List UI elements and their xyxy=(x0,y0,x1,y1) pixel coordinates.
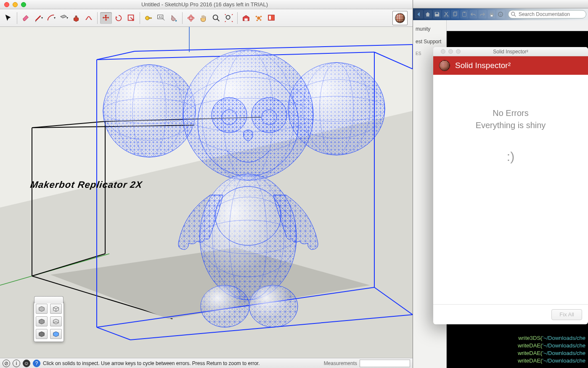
tape-tool[interactable] xyxy=(143,12,154,24)
orbit-tool[interactable] xyxy=(185,12,197,24)
zoom-tool[interactable] xyxy=(210,12,222,24)
undo-icon[interactable] xyxy=(469,10,478,18)
zoom-extents-tool[interactable] xyxy=(223,12,235,24)
dialog-zoom-icon[interactable] xyxy=(456,49,461,54)
style-hidden-icon[interactable] xyxy=(36,316,48,326)
model-viewport[interactable]: Makerbot Replicator 2X xyxy=(0,27,413,358)
svg-point-26 xyxy=(256,16,257,17)
scale-tool[interactable] xyxy=(125,12,137,24)
svg-point-49 xyxy=(200,174,297,300)
arc-tool[interactable]: ▾ xyxy=(45,12,57,24)
bg-toolbar: ? xyxy=(413,8,588,20)
bg-search-input[interactable] xyxy=(508,10,586,18)
status-hint: Click on solids to inspect. Use arrow ke… xyxy=(43,360,321,366)
svg-point-52 xyxy=(201,285,249,327)
globe-icon xyxy=(395,13,405,23)
measurements-label: Measurements xyxy=(324,360,357,366)
user-icon[interactable]: ☺ xyxy=(23,360,30,367)
save-icon[interactable] xyxy=(433,10,441,18)
status-bar: ⊘ i ☺ ? Click on solids to inspect. Use … xyxy=(0,358,413,368)
window-title: Untitled - SketchUp Pro 2016 (16 days le… xyxy=(0,1,413,8)
dialog-close-icon[interactable] xyxy=(441,49,445,54)
svg-point-38 xyxy=(103,65,196,157)
svg-point-19 xyxy=(188,17,194,19)
divider xyxy=(97,12,98,24)
extension-warehouse-tool[interactable] xyxy=(253,12,265,24)
styles-float-panel[interactable] xyxy=(34,301,64,342)
help-icon[interactable]: ? xyxy=(33,360,40,367)
svg-rect-15 xyxy=(149,18,151,18)
pan-tool[interactable] xyxy=(198,12,209,24)
titlebar: Untitled - SketchUp Pro 2016 (16 days le… xyxy=(0,0,413,9)
style-back-icon[interactable] xyxy=(50,329,62,339)
svg-point-44 xyxy=(212,97,247,133)
svg-point-29 xyxy=(260,19,262,21)
no-errors-text: No Errors xyxy=(493,108,529,118)
print-icon[interactable] xyxy=(487,10,496,18)
dialog-min-icon[interactable] xyxy=(448,49,453,54)
divider xyxy=(182,12,183,24)
svg-rect-31 xyxy=(269,16,271,19)
style-wire-icon[interactable] xyxy=(50,304,62,314)
svg-point-28 xyxy=(257,19,258,21)
divider xyxy=(237,12,238,24)
pushpull-tool[interactable] xyxy=(70,12,82,24)
svg-point-54 xyxy=(249,285,298,327)
svg-rect-8 xyxy=(490,15,493,17)
svg-point-45 xyxy=(252,97,287,133)
globe-icon xyxy=(439,60,450,71)
layout-tool[interactable] xyxy=(265,12,277,24)
info-icon[interactable]: i xyxy=(13,360,20,367)
bg-side-item[interactable]: munity xyxy=(415,23,445,35)
style-mono-icon[interactable] xyxy=(36,329,48,339)
dialog-header: Solid Inspector² xyxy=(433,56,588,75)
eraser-tool[interactable] xyxy=(20,12,32,24)
dialog-header-title: Solid Inspector² xyxy=(455,61,511,70)
solid-inspector-tool[interactable] xyxy=(392,11,408,25)
everything-shiny-text: Everything is shiny xyxy=(476,121,546,130)
rectangle-tool[interactable]: ▾ xyxy=(58,12,69,24)
bg-search[interactable] xyxy=(508,10,586,18)
home-icon[interactable] xyxy=(424,10,432,18)
warehouse-tool[interactable] xyxy=(240,12,252,24)
bg-content-header xyxy=(447,20,588,31)
nav-back-icon[interactable] xyxy=(415,10,423,18)
main-toolbar: ▾ ▾ ▾ A1 xyxy=(0,9,413,27)
svg-rect-7 xyxy=(490,12,493,14)
divider xyxy=(140,12,140,24)
followme-tool[interactable] xyxy=(83,12,95,24)
paste-icon[interactable] xyxy=(460,10,469,18)
svg-line-12 xyxy=(514,15,516,17)
sketchup-window: Untitled - SketchUp Pro 2016 (16 days le… xyxy=(0,0,413,368)
cut-icon[interactable] xyxy=(442,10,450,18)
fix-all-button[interactable]: Fix All xyxy=(551,309,582,320)
svg-point-42 xyxy=(183,50,313,180)
divider xyxy=(17,12,17,24)
copy-icon[interactable] xyxy=(451,10,459,18)
style-shaded-icon[interactable] xyxy=(36,304,48,314)
help-icon[interactable]: ? xyxy=(496,10,505,18)
svg-point-11 xyxy=(511,12,515,16)
dialog-titlebar[interactable]: Solid Inspector² xyxy=(433,47,588,56)
measurements-input[interactable] xyxy=(360,360,410,367)
dialog-footer: Fix All xyxy=(433,304,588,324)
solid-inspector-dialog[interactable]: Solid Inspector² Solid Inspector² No Err… xyxy=(433,47,588,324)
bg-side-item[interactable]: est Support xyxy=(415,35,445,48)
select-tool[interactable] xyxy=(3,12,14,24)
svg-text:?: ? xyxy=(500,13,502,17)
text-tool[interactable]: A1 xyxy=(155,12,167,24)
svg-rect-24 xyxy=(244,18,247,20)
redo-icon[interactable] xyxy=(478,10,487,18)
svg-point-23 xyxy=(226,15,230,19)
svg-line-22 xyxy=(217,19,220,21)
rotate-tool[interactable] xyxy=(113,12,124,24)
svg-point-27 xyxy=(260,16,262,17)
bg-titlebar xyxy=(413,0,588,8)
style-xray-icon[interactable] xyxy=(50,316,62,326)
pencil-tool[interactable]: ▾ xyxy=(32,12,44,24)
move-tool[interactable] xyxy=(100,12,112,24)
svg-text:A1: A1 xyxy=(159,15,163,19)
svg-point-25 xyxy=(257,16,260,19)
geo-off-icon[interactable]: ⊘ xyxy=(3,360,10,367)
paint-tool[interactable] xyxy=(168,12,180,24)
